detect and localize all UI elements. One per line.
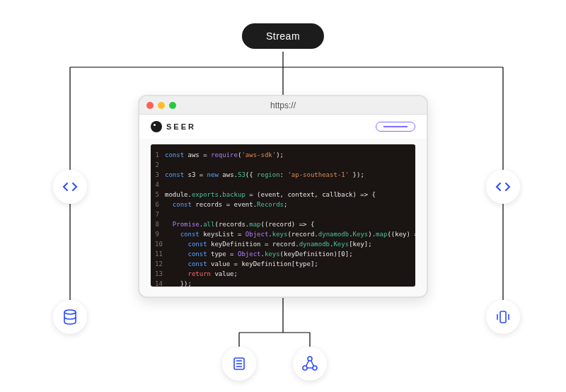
line-numbers: 1234567891011121314 <box>151 144 163 287</box>
line-number: 7 <box>155 209 159 219</box>
server-icon <box>231 355 248 372</box>
line-number: 4 <box>155 180 159 190</box>
code-editor: 1234567891011121314 const aws = require(… <box>151 144 415 287</box>
line-number: 9 <box>155 229 159 239</box>
svg-point-10 <box>64 310 76 314</box>
code-line: const aws = require('aws-sdk'); <box>165 150 415 160</box>
code-node-left <box>53 170 87 204</box>
line-number: 8 <box>155 219 159 229</box>
line-number: 2 <box>155 160 159 170</box>
browser-window: https:// SEER 1234567891011121314 const … <box>138 95 428 298</box>
code-icon <box>495 178 512 195</box>
code-body: const aws = require('aws-sdk'); const s3… <box>163 144 415 287</box>
svg-point-18 <box>313 366 317 370</box>
code-line: const s3 = new aws.S3({ region: 'ap-sout… <box>165 170 415 180</box>
line-number: 13 <box>155 269 159 279</box>
line-number: 1 <box>155 150 159 160</box>
header-action-pill[interactable] <box>376 122 415 132</box>
code-node-right <box>486 170 520 204</box>
zoom-light-icon[interactable] <box>169 102 176 109</box>
architecture-diagram: Stream https:// SEER 1234567891011121314… <box>0 0 566 392</box>
browser-titlebar: https:// <box>139 96 427 115</box>
close-light-icon[interactable] <box>146 102 154 109</box>
stream-label: Stream <box>266 30 300 42</box>
code-line: const keysList = Object.keys(record.dyna… <box>165 229 415 239</box>
app-header: SEER <box>139 115 427 139</box>
stack-icon <box>495 309 512 325</box>
queue-node <box>486 300 520 334</box>
code-line <box>165 180 415 190</box>
line-number: 10 <box>155 239 159 249</box>
line-number: 5 <box>155 190 159 200</box>
code-line: const type = Object.keys(keyDefinition)[… <box>165 249 415 259</box>
code-line: }); <box>165 279 415 287</box>
database-node <box>53 300 87 334</box>
graph-icon <box>301 355 318 372</box>
brand-text: SEER <box>166 122 196 131</box>
brand: SEER <box>151 121 196 132</box>
window-controls <box>146 102 176 109</box>
code-line: return value; <box>165 269 415 279</box>
webhook-node <box>293 347 327 381</box>
code-line <box>165 209 415 219</box>
code-line: module.exports.backup = (event, context,… <box>165 190 415 200</box>
line-number: 3 <box>155 170 159 180</box>
code-icon <box>62 178 79 195</box>
code-line: Promise.all(records.map((record) => { <box>165 219 415 229</box>
code-line: const records = event.Records; <box>165 200 415 209</box>
stream-node: Stream <box>242 23 324 49</box>
brand-logo-icon <box>151 121 162 132</box>
minimize-light-icon[interactable] <box>158 102 165 109</box>
line-number: 12 <box>155 259 159 269</box>
server-node <box>222 347 256 381</box>
svg-point-17 <box>303 366 307 370</box>
line-number: 14 <box>155 279 159 287</box>
svg-rect-11 <box>500 311 506 323</box>
code-line: const keyDefinition = record.dynamodb.Ke… <box>165 239 415 249</box>
code-line <box>165 160 415 170</box>
line-number: 11 <box>155 249 159 259</box>
database-icon <box>62 309 79 325</box>
code-line: const value = keyDefinition[type]; <box>165 259 415 269</box>
browser-url: https:// <box>139 100 427 110</box>
svg-point-16 <box>308 357 312 361</box>
line-number: 6 <box>155 200 159 209</box>
